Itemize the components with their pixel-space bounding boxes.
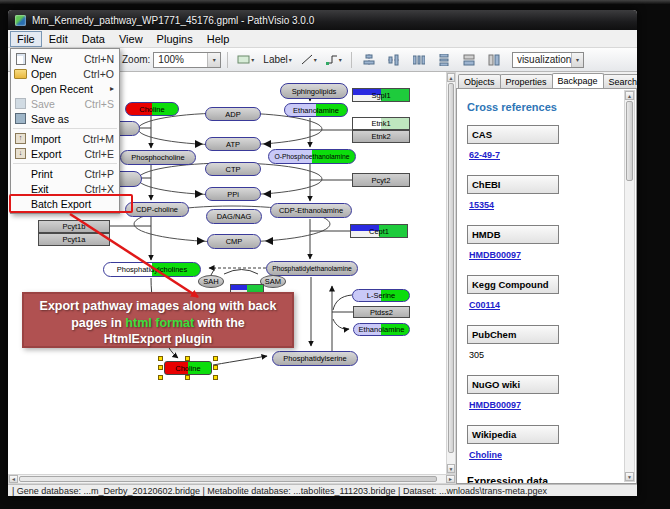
chevron-down-icon[interactable]: ▾	[571, 53, 583, 67]
scroll-right-icon[interactable]: ►	[446, 475, 455, 483]
import-icon: ↑	[14, 133, 27, 144]
node-phosphatidylserine[interactable]: Phosphatidylserine	[272, 351, 358, 366]
distribute-vertical-button[interactable]	[433, 50, 455, 70]
node-phosphatidylcholines[interactable]: Phosphatidylcholines	[103, 262, 201, 277]
scrollbar-thumb[interactable]	[626, 101, 633, 181]
xref-link[interactable]: C00114	[469, 300, 500, 310]
menu-item-export[interactable]: ↓ Export Ctrl+E	[11, 146, 119, 161]
xref-link[interactable]: HMDB00097	[469, 250, 521, 260]
gene-node-etnk2[interactable]: Etnk2	[352, 130, 410, 143]
connector-dropdown-button[interactable]: ▾	[323, 50, 345, 70]
batch-export-highlight-box	[9, 194, 133, 213]
scroll-up-icon[interactable]: ▲	[625, 91, 634, 100]
scrollbar-thumb[interactable]	[19, 476, 437, 482]
node-sphingolipids[interactable]: Sphingolipids	[280, 83, 348, 99]
gene-node-cept1[interactable]: Cept1	[350, 224, 408, 238]
menu-bar: File Edit Data View Plugins Help	[8, 30, 637, 48]
align-center-y-icon	[388, 54, 400, 66]
selection-handle[interactable]	[213, 375, 218, 380]
xref-link[interactable]: 62-49-7	[469, 150, 500, 160]
menu-item-print[interactable]: Print Ctrl+P	[11, 166, 119, 181]
node-atp[interactable]: ATP	[205, 137, 261, 151]
menu-view[interactable]: View	[112, 31, 150, 47]
xref-link[interactable]: HMDB00097	[469, 400, 521, 410]
line-dropdown-button[interactable]: ▾	[298, 50, 320, 70]
canvas-horizontal-scrollbar[interactable]: ◄ ►	[8, 474, 456, 484]
selection-handle[interactable]	[185, 375, 190, 380]
node-phosphocholine[interactable]: Phosphocholine	[120, 150, 196, 165]
xref-section-hmdb: HMDB HMDB00097	[467, 225, 626, 262]
toolbar-separator	[351, 52, 352, 68]
menu-plugins[interactable]: Plugins	[150, 31, 200, 47]
align-center-y-button[interactable]	[383, 50, 405, 70]
menu-item-save-as[interactable]: Save as	[11, 111, 119, 126]
align-center-x-button[interactable]	[358, 50, 380, 70]
scroll-down-icon[interactable]: ▼	[625, 472, 634, 481]
export-icon: ↓	[14, 148, 27, 159]
highlighted-text: html format	[125, 316, 194, 330]
menu-help[interactable]: Help	[200, 31, 237, 47]
node-cdp-ethanolamine[interactable]: CDP-Ethanolamine	[270, 203, 352, 218]
visualization-combobox[interactable]: visualization ▾	[512, 52, 584, 68]
node-adp[interactable]: ADP	[205, 107, 261, 121]
menu-item-import[interactable]: ↑ Import Ctrl+M	[11, 131, 119, 146]
menu-item-new[interactable]: New Ctrl+N	[11, 51, 119, 66]
menu-edit[interactable]: Edit	[42, 31, 75, 47]
common-height-button[interactable]	[483, 50, 505, 70]
gene-node-sgpl1[interactable]: Sgpl1	[352, 88, 410, 102]
node-choline[interactable]: Choline	[125, 102, 179, 116]
align-center-x-icon	[363, 54, 375, 66]
xref-section-chebi: ChEBI 15354	[467, 175, 626, 212]
xref-link[interactable]: Choline	[469, 450, 502, 460]
tab-backpage[interactable]: Backpage	[552, 73, 604, 88]
node-dag[interactable]: DAG/NAG	[206, 209, 262, 224]
datanode-dropdown-button[interactable]: ▾	[234, 50, 257, 70]
selection-handle[interactable]	[213, 356, 218, 361]
distribute-horizontal-icon	[413, 54, 425, 66]
gene-node-pcyt1a[interactable]: Pcyt1a	[38, 233, 110, 246]
selection-handle[interactable]	[158, 365, 163, 370]
common-width-button[interactable]	[458, 50, 480, 70]
node-ethanolamine-2[interactable]: Ethanolamine	[353, 323, 410, 336]
menu-item-open[interactable]: Open Ctrl+O	[11, 66, 119, 81]
node-o-phosphoethanolamine[interactable]: O-Phosphoethanolamine	[268, 149, 356, 164]
scroll-up-icon[interactable]: ▲	[447, 73, 455, 82]
selection-handle[interactable]	[158, 375, 163, 380]
screenshot-frame-rim	[0, 0, 670, 4]
node-cdp-choline[interactable]: CDP-choline	[125, 202, 189, 217]
selection-handle[interactable]	[158, 356, 163, 361]
node-ctp[interactable]: CTP	[205, 162, 261, 176]
node-sah[interactable]: SAH	[198, 275, 224, 288]
zoom-combobox[interactable]: 100% ▾	[153, 52, 221, 68]
scrollbar-thumb[interactable]	[448, 83, 454, 453]
gene-node-pcyt2[interactable]: Pcyt2	[352, 173, 410, 187]
gene-node-etnk1[interactable]: Etnk1	[352, 117, 410, 130]
annotation-callout: Export pathway images along with back pa…	[22, 292, 294, 348]
tab-objects[interactable]: Objects	[458, 74, 501, 88]
scroll-left-icon[interactable]: ◄	[9, 475, 18, 483]
gene-node-pcyt1b[interactable]: Pcyt1b	[38, 220, 110, 233]
chevron-down-icon: ▾	[289, 56, 292, 63]
menu-data[interactable]: Data	[75, 31, 112, 47]
chevron-down-icon[interactable]: ▾	[207, 53, 220, 67]
scroll-down-icon[interactable]: ▼	[447, 464, 455, 473]
tab-properties[interactable]: Properties	[500, 74, 553, 88]
node-cmp[interactable]: CMP	[207, 234, 261, 249]
menu-item-open-recent[interactable]: Open Recent ▸	[11, 81, 119, 96]
label-dropdown-button[interactable]: Label ▾	[260, 50, 294, 70]
xref-link[interactable]: 15354	[469, 200, 494, 210]
node-choline-selected[interactable]: Choline	[164, 361, 212, 375]
file-menu-dropdown: New Ctrl+N Open Ctrl+O Open Recent ▸ Sav…	[10, 48, 120, 214]
node-ethanolamine[interactable]: Ethanolamine	[284, 103, 348, 117]
node-l-serine[interactable]: L-Serine	[352, 289, 410, 302]
xref-value: 305	[469, 350, 484, 360]
panel-vertical-scrollbar[interactable]: ▲ ▼	[624, 90, 635, 482]
menu-file[interactable]: File	[10, 31, 42, 47]
tab-search[interactable]: Search	[603, 74, 637, 88]
node-phosphatidylethanolamine[interactable]: Phosphatidylethanolamine	[266, 261, 358, 276]
canvas-vertical-scrollbar[interactable]: ▲ ▼	[446, 72, 456, 474]
distribute-horizontal-button[interactable]	[408, 50, 430, 70]
node-ppi[interactable]: PPi	[205, 187, 261, 201]
gene-node-ptdss2[interactable]: Ptdss2	[353, 306, 410, 318]
selection-handle[interactable]	[213, 365, 218, 370]
